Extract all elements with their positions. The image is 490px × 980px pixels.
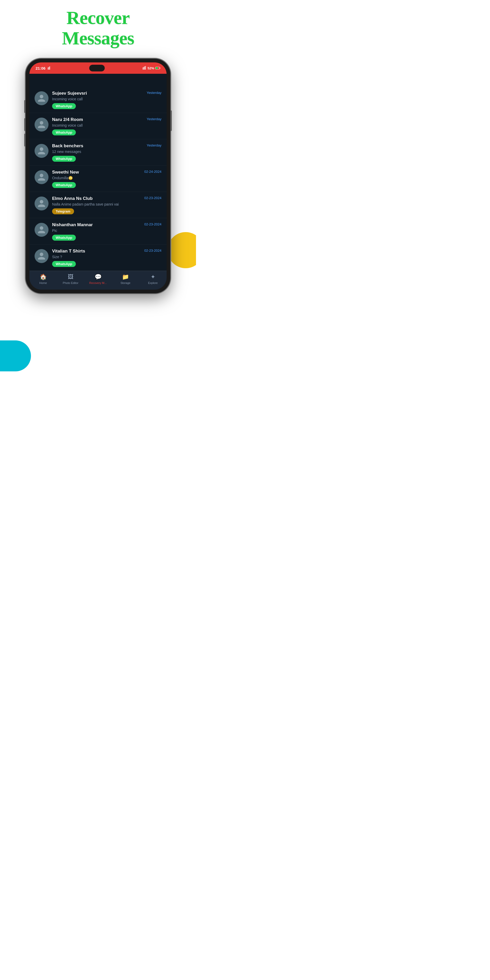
message-preview: Nalla Anime padam partha save panni vai: [52, 202, 161, 206]
message-preview: Pic: [52, 229, 161, 232]
nav-icon-recovery: 💬: [95, 274, 102, 280]
message-preview: Ondumilla🙄: [52, 176, 161, 180]
message-time: Yesterday: [147, 91, 161, 95]
phone-screen: 21:06 52% Sujeev Sujeevsri: [29, 62, 167, 290]
contact-avatar: [35, 249, 48, 263]
phone-frame: 21:06 52% Sujeev Sujeevsri: [26, 59, 170, 293]
message-header: Vitalian T Shirts 02-23-2024: [52, 248, 161, 254]
message-content: Naru 2/4 Room Yesterday Incoming voice c…: [52, 117, 161, 135]
svg-rect-0: [48, 68, 48, 70]
nav-label-storage: Storage: [121, 282, 130, 285]
bottom-navigation: 🏠 Home 🖼 Photo Editor 💬 Recovery M... 📁 …: [29, 271, 167, 290]
nav-label-explore: Explore: [148, 282, 158, 285]
nav-icon-storage: 📁: [122, 274, 129, 280]
svg-rect-1: [49, 67, 49, 70]
message-header: Elmo Anna Ns Club 02-23-2024: [52, 196, 161, 201]
contact-avatar: [35, 118, 48, 132]
app-badge: WhatsApp: [52, 182, 76, 188]
svg-rect-6: [145, 66, 146, 70]
app-badge: WhatsApp: [52, 129, 76, 135]
app-badge: WhatsApp: [52, 261, 76, 267]
nav-label-photo-editor: Photo Editor: [63, 282, 78, 285]
message-item[interactable]: Elmo Anna Ns Club 02-23-2024 Nalla Anime…: [29, 192, 167, 218]
message-preview: Incoming voice call: [52, 123, 161, 127]
nav-item-photo-editor[interactable]: 🖼 Photo Editor: [57, 274, 84, 285]
message-preview: Size ?: [52, 255, 161, 259]
message-time: Yesterday: [147, 117, 161, 121]
message-item[interactable]: Sujeev Sujeevsri Yesterday Incoming voic…: [29, 87, 167, 113]
message-item[interactable]: Back benchers Yesterday 12 new messages …: [29, 139, 167, 165]
bg-decoration-yellow: [168, 232, 196, 268]
contact-avatar: [35, 223, 48, 237]
contact-name: Sweethi New: [52, 170, 79, 175]
contact-name: Elmo Anna Ns Club: [52, 196, 92, 201]
message-time: Yesterday: [147, 143, 161, 147]
message-content: Back benchers Yesterday 12 new messages …: [52, 143, 161, 162]
app-badge: WhatsApp: [52, 156, 76, 162]
contact-name: Nishanthan Mannar: [52, 222, 93, 228]
message-time: 02-24-2024: [145, 170, 162, 173]
app-badge: WhatsApp: [52, 235, 76, 240]
contact-avatar: [35, 144, 48, 158]
message-header: Back benchers Yesterday: [52, 143, 161, 148]
notch-camera: [89, 65, 105, 72]
contact-avatar: [35, 197, 48, 210]
message-time: 02-23-2024: [145, 196, 162, 200]
nav-icon-photo-editor: 🖼: [68, 274, 73, 280]
message-item[interactable]: Nishanthan Mannar 02-23-2024 Pic WhatsAp…: [29, 218, 167, 245]
message-time: 02-23-2024: [145, 222, 162, 226]
status-time: 21:06: [36, 66, 52, 70]
nav-item-explore[interactable]: ✦ Explore: [139, 274, 167, 285]
message-header: Nishanthan Mannar 02-23-2024: [52, 222, 161, 228]
message-content: Sujeev Sujeevsri Yesterday Incoming voic…: [52, 91, 161, 109]
message-list: Sujeev Sujeevsri Yesterday Incoming voic…: [29, 74, 167, 271]
app-badge: WhatsApp: [52, 103, 76, 109]
bg-decoration-teal: [0, 340, 31, 371]
svg-rect-4: [144, 67, 144, 70]
message-header: Naru 2/4 Room Yesterday: [52, 117, 161, 122]
contact-avatar: [35, 91, 48, 105]
page-title: Recover Messages: [62, 8, 134, 48]
message-header: Sweethi New 02-24-2024: [52, 170, 161, 175]
message-content: Sweethi New 02-24-2024 Ondumilla🙄 WhatsA…: [52, 170, 161, 188]
status-bar: 21:06 52%: [29, 62, 167, 74]
status-right: 52%: [142, 66, 161, 70]
svg-rect-2: [49, 67, 50, 70]
message-item[interactable]: Naru 2/4 Room Yesterday Incoming voice c…: [29, 113, 167, 139]
contact-name: Vitalian T Shirts: [52, 248, 85, 254]
nav-item-home[interactable]: 🏠 Home: [29, 274, 57, 285]
app-badge: Telegram: [52, 208, 74, 214]
nav-icon-explore: ✦: [151, 274, 155, 280]
nav-item-storage[interactable]: 📁 Storage: [112, 274, 139, 285]
nav-label-home: Home: [40, 282, 47, 285]
message-preview: Incoming voice call: [52, 97, 161, 101]
svg-rect-3: [143, 68, 143, 70]
message-content: Elmo Anna Ns Club 02-23-2024 Nalla Anime…: [52, 196, 161, 214]
message-header: Sujeev Sujeevsri Yesterday: [52, 91, 161, 96]
nav-icon-home: 🏠: [40, 274, 47, 280]
phone-mockup: 21:06 52% Sujeev Sujeevsri: [26, 59, 170, 293]
nav-label-recovery: Recovery M...: [89, 282, 107, 285]
contact-name: Naru 2/4 Room: [52, 117, 83, 122]
contact-name: Back benchers: [52, 143, 83, 148]
svg-rect-9: [160, 68, 160, 68]
message-content: Nishanthan Mannar 02-23-2024 Pic WhatsAp…: [52, 222, 161, 240]
nav-item-recovery[interactable]: 💬 Recovery M...: [84, 274, 112, 285]
message-item[interactable]: Sweethi New 02-24-2024 Ondumilla🙄 WhatsA…: [29, 165, 167, 192]
message-time: 02-23-2024: [145, 248, 162, 253]
message-content: Vitalian T Shirts 02-23-2024 Size ? What…: [52, 248, 161, 267]
svg-rect-8: [156, 67, 158, 69]
contact-avatar: [35, 170, 48, 184]
message-item[interactable]: Vitalian T Shirts 02-23-2024 Size ? What…: [29, 245, 167, 271]
svg-rect-5: [145, 67, 145, 70]
message-preview: 12 new messages: [52, 150, 161, 154]
contact-name: Sujeev Sujeevsri: [52, 91, 87, 96]
